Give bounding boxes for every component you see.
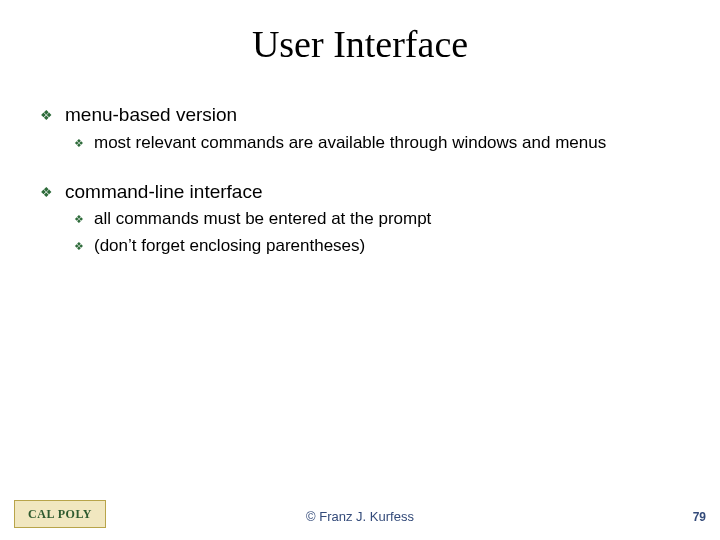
slide-title: User Interface: [0, 0, 720, 66]
bullet-text: all commands must be entered at the prom…: [94, 208, 431, 231]
list-item: ❖ most relevant commands are available t…: [74, 132, 680, 155]
list-item: ❖ (don’t forget enclosing parentheses): [74, 235, 680, 258]
list-item: ❖ command-line interface: [40, 179, 680, 205]
page-number: 79: [693, 510, 706, 524]
diamond-bullet-icon: ❖: [40, 108, 53, 122]
list-item: ❖ menu-based version: [40, 102, 680, 128]
diamond-bullet-icon: ❖: [74, 138, 84, 149]
bullet-text: menu-based version: [65, 102, 237, 128]
list-item: ❖ all commands must be entered at the pr…: [74, 208, 680, 231]
bullet-text: command-line interface: [65, 179, 262, 205]
diamond-bullet-icon: ❖: [74, 214, 84, 225]
diamond-bullet-icon: ❖: [40, 185, 53, 199]
slide: User Interface ❖ menu-based version ❖ mo…: [0, 0, 720, 540]
copyright-text: © Franz J. Kurfess: [0, 509, 720, 524]
spacer: [40, 159, 680, 173]
footer: CAL POLY © Franz J. Kurfess 79: [0, 490, 720, 530]
bullet-text: (don’t forget enclosing parentheses): [94, 235, 365, 258]
slide-content: ❖ menu-based version ❖ most relevant com…: [0, 66, 720, 258]
diamond-bullet-icon: ❖: [74, 241, 84, 252]
bullet-text: most relevant commands are available thr…: [94, 132, 606, 155]
